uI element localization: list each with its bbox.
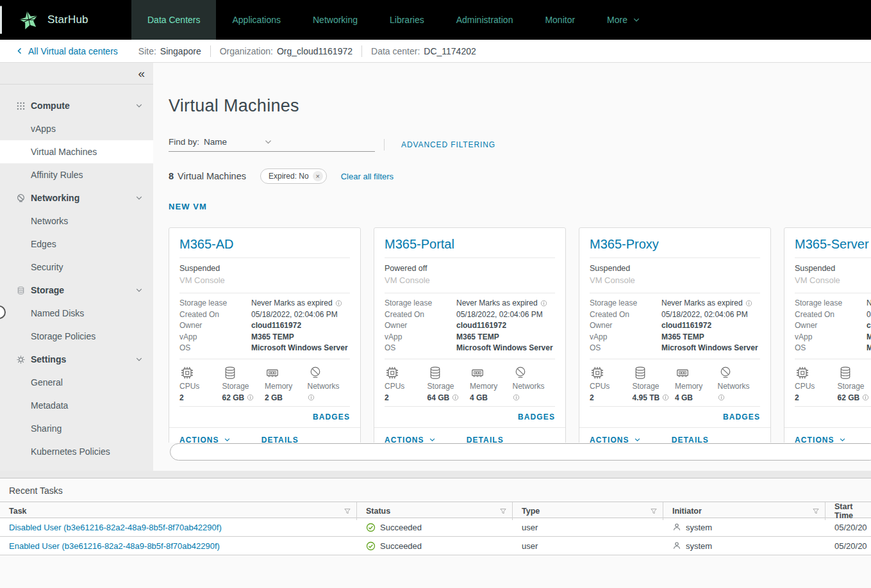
chevron-down-icon bbox=[135, 286, 143, 294]
sidebar-item-kubernetes-policies[interactable]: Kubernetes Policies bbox=[0, 440, 153, 463]
brand[interactable]: StarHub bbox=[0, 0, 131, 40]
details-link[interactable]: DETAILS bbox=[261, 436, 299, 443]
nav-tab-more[interactable]: More bbox=[591, 0, 656, 40]
vm-name-link[interactable]: M365-AD bbox=[169, 228, 360, 257]
vm-power-status: Powered off bbox=[385, 263, 555, 274]
vm-console-link: VM Console bbox=[795, 274, 871, 286]
remove-filter-icon[interactable]: × bbox=[313, 171, 323, 181]
user-icon bbox=[672, 523, 681, 532]
storage-icon bbox=[16, 286, 26, 295]
chevron-down-icon bbox=[634, 436, 641, 443]
actions-menu-button[interactable]: ACTIONS bbox=[795, 436, 834, 443]
storage-value: 4.95 TB bbox=[633, 393, 660, 402]
breadcrumb: All Virtual data centers Site: Singapore… bbox=[0, 40, 871, 63]
initiator-text: system bbox=[686, 523, 712, 532]
info-icon[interactable] bbox=[452, 394, 459, 401]
page-title: Virtual Machines bbox=[169, 95, 871, 117]
nav-tab-data-centers[interactable]: Data Centers bbox=[131, 0, 216, 40]
sidebar-item-edges[interactable]: Edges bbox=[0, 233, 153, 256]
collapse-sidebar-button[interactable]: « bbox=[138, 67, 145, 79]
sidebar-item-security[interactable]: Security bbox=[0, 256, 153, 279]
actions-menu-button[interactable]: ACTIONS bbox=[590, 436, 629, 443]
vm-card: M365-Server Suspended VM Console Storage… bbox=[784, 227, 871, 443]
details-link[interactable]: DETAILS bbox=[467, 436, 504, 443]
sidebar-item-affinity-rules[interactable]: Affinity Rules bbox=[0, 163, 153, 186]
os-value: Microsoft Windows Server 201... bbox=[456, 343, 555, 354]
badges-link[interactable]: BADGES bbox=[518, 412, 555, 421]
info-icon[interactable] bbox=[308, 394, 315, 401]
storage-icon bbox=[427, 365, 443, 380]
find-by-input[interactable]: Find by: Name bbox=[169, 137, 375, 152]
grid-icon bbox=[16, 101, 26, 111]
networks-icon bbox=[513, 365, 528, 380]
sidebar-item-virtual-machines[interactable]: Virtual Machines bbox=[0, 140, 153, 163]
filter-icon[interactable] bbox=[650, 507, 658, 515]
filter-icon[interactable] bbox=[812, 507, 820, 515]
nav-tab-libraries[interactable]: Libraries bbox=[374, 0, 440, 40]
chevron-left-icon bbox=[15, 47, 24, 55]
actions-menu-button[interactable]: ACTIONS bbox=[385, 436, 424, 443]
badges-link[interactable]: BADGES bbox=[723, 412, 760, 421]
info-icon[interactable] bbox=[745, 300, 752, 307]
recent-tasks-panel: Recent Tasks Task Status Type Initiator … bbox=[0, 478, 871, 588]
badges-link[interactable]: BADGES bbox=[313, 412, 350, 421]
nav-tab-applications[interactable]: Applications bbox=[216, 0, 297, 40]
vm-console-link: VM Console bbox=[590, 274, 760, 286]
storage-value: 62 GB bbox=[222, 393, 245, 402]
info-icon[interactable] bbox=[247, 394, 254, 401]
os-value: Microsoft Windows Server 201... bbox=[661, 343, 760, 354]
sidebar-item-vapps[interactable]: vApps bbox=[0, 117, 153, 140]
sidebar-group-storage[interactable]: Storage bbox=[0, 279, 153, 302]
back-to-vdcs-link[interactable]: All Virtual data centers bbox=[15, 46, 118, 56]
vm-card-list: M365-AD Suspended VM Console Storage lea… bbox=[169, 227, 871, 443]
networks-icon bbox=[718, 365, 733, 380]
new-vm-button[interactable]: NEW VM bbox=[169, 202, 207, 211]
vm-count-label: Virtual Machines bbox=[178, 171, 246, 181]
nav-tab-monitor[interactable]: Monitor bbox=[529, 0, 591, 40]
filter-icon[interactable] bbox=[499, 507, 507, 515]
info-icon[interactable] bbox=[862, 394, 869, 401]
info-icon[interactable] bbox=[540, 300, 547, 307]
vm-name-link[interactable]: M365-Proxy bbox=[579, 228, 770, 257]
sidebar-group-networking[interactable]: Networking bbox=[0, 186, 153, 209]
sidebar-item-named-disks[interactable]: Named Disks bbox=[0, 302, 153, 325]
filter-chip-expired: Expired: No × bbox=[260, 168, 327, 184]
chevron-down-icon bbox=[429, 436, 436, 443]
info-icon[interactable] bbox=[662, 394, 669, 401]
storage-lease-value: Never Marks as expired bbox=[251, 298, 333, 309]
sidebar-item-metadata[interactable]: Metadata bbox=[0, 394, 153, 417]
task-initiator-cell: system bbox=[663, 518, 825, 536]
sidebar-item-storage-policies[interactable]: Storage Policies bbox=[0, 325, 153, 348]
sidebar-item-networks[interactable]: Networks bbox=[0, 209, 153, 233]
starhub-logo-icon bbox=[19, 10, 38, 29]
info-icon[interactable] bbox=[335, 300, 342, 307]
sidebar-item-general[interactable]: General bbox=[0, 371, 153, 394]
info-icon[interactable] bbox=[513, 394, 520, 401]
nav-tab-administration[interactable]: Administration bbox=[440, 0, 529, 40]
clear-all-filters-link[interactable]: Clear all filters bbox=[341, 172, 394, 181]
divider bbox=[210, 45, 211, 57]
sidebar-item-sharing[interactable]: Sharing bbox=[0, 417, 153, 440]
memory-icon bbox=[675, 365, 690, 380]
vm-name-link[interactable]: M365-Server bbox=[784, 228, 871, 257]
task-link[interactable]: Enabled User (b3e61216-82a2-48a9-8b5f-8f… bbox=[0, 537, 357, 555]
actions-menu-button[interactable]: ACTIONS bbox=[179, 436, 219, 443]
sidebar-group-settings[interactable]: Settings bbox=[0, 348, 153, 371]
nav-tab-networking[interactable]: Networking bbox=[297, 0, 374, 40]
storage-icon bbox=[838, 365, 853, 380]
column-header-status: Status bbox=[357, 502, 513, 520]
sidebar-group-compute[interactable]: Compute bbox=[0, 94, 153, 117]
vm-name-link[interactable]: M365-Portal bbox=[374, 228, 565, 257]
info-icon[interactable] bbox=[718, 394, 725, 401]
details-link[interactable]: DETAILS bbox=[672, 436, 709, 443]
breadcrumb-organization: Organization: Org_cloud1161972 bbox=[220, 46, 353, 56]
horizontal-scrollbar[interactable] bbox=[170, 443, 871, 461]
task-link[interactable]: Disabled User (b3e61216-82a2-48a9-8b5f-8… bbox=[0, 518, 357, 536]
chevron-down-icon bbox=[633, 16, 640, 24]
vm-card: M365-Proxy Suspended VM Console Storage … bbox=[579, 227, 771, 443]
advanced-filtering-link[interactable]: ADVANCED FILTERING bbox=[401, 140, 495, 149]
memory-value: 4 GB bbox=[675, 393, 718, 402]
vm-power-status: Suspended bbox=[590, 263, 760, 274]
filter-icon[interactable] bbox=[344, 507, 351, 515]
task-type-cell: user bbox=[513, 537, 663, 555]
